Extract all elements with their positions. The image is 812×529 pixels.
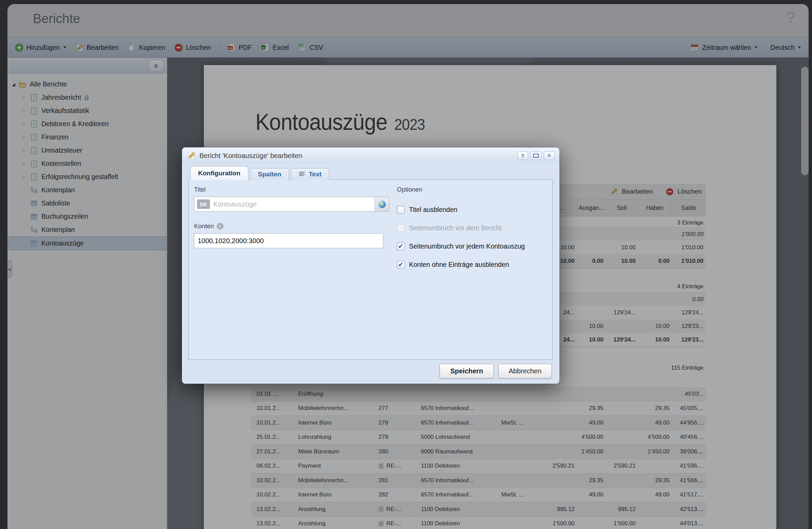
titel-text-field[interactable] bbox=[210, 201, 375, 208]
pencil-icon bbox=[187, 151, 196, 160]
checkbox-unchecked[interactable] bbox=[397, 206, 405, 214]
titel-input[interactable]: DE bbox=[194, 197, 389, 211]
option-konten-ohne-eintraege[interactable]: ✔ Konten ohne Einträge ausblenden bbox=[397, 261, 509, 268]
checkbox-disabled bbox=[397, 224, 405, 232]
konten-input[interactable] bbox=[194, 233, 383, 248]
edit-report-dialog: Bericht 'Kontoauszüge' bearbeiten ? ✕ Ko… bbox=[182, 147, 560, 384]
option-titel-ausblenden[interactable]: Titel ausblenden bbox=[397, 206, 457, 214]
cancel-button[interactable]: Abbrechen bbox=[498, 364, 552, 379]
konten-label: Konten i bbox=[194, 222, 223, 230]
optionen-label: Optionen bbox=[397, 186, 422, 193]
dialog-titlebar: Bericht 'Kontoauszüge' bearbeiten ? ✕ bbox=[182, 147, 559, 164]
dialog-window-controls: ? ✕ bbox=[517, 151, 554, 160]
dialog-config-panel: Titel DE Konten i Optionen Titel ausblen… bbox=[188, 179, 552, 360]
globe-icon bbox=[378, 201, 386, 208]
checkbox-checked[interactable]: ✔ bbox=[397, 261, 405, 268]
info-icon[interactable]: i bbox=[217, 223, 223, 230]
option-seitenumbruch-bericht: Seitenumbruch vor dem Bericht bbox=[397, 224, 502, 232]
tab-konfiguration[interactable]: Konfiguration bbox=[190, 166, 248, 180]
konten-text-field[interactable] bbox=[194, 237, 383, 245]
checkbox-checked[interactable]: ✔ bbox=[397, 243, 405, 250]
dialog-maximize-button[interactable] bbox=[531, 151, 541, 160]
translate-button[interactable] bbox=[375, 197, 389, 211]
language-badge: DE bbox=[197, 200, 210, 209]
text-lines-icon bbox=[299, 172, 306, 177]
maximize-icon bbox=[533, 153, 539, 158]
tab-spalten[interactable]: Spalten bbox=[250, 168, 289, 180]
dialog-title: Bericht 'Kontoauszüge' bearbeiten bbox=[200, 152, 302, 160]
dialog-tabs: Konfiguration Spalten Text bbox=[190, 166, 329, 180]
dialog-close-button[interactable]: ✕ bbox=[544, 151, 554, 160]
tab-text[interactable]: Text bbox=[291, 168, 329, 180]
titel-label: Titel bbox=[194, 186, 205, 193]
option-seitenumbruch-kontoauszug[interactable]: ✔ Seitenumbruch vor jedem Kontoauszug bbox=[397, 243, 525, 250]
save-button[interactable]: Speichern bbox=[439, 364, 494, 379]
desktop-background: Berichte ? Hinzufügen ▼ Bearbeiten Kopie… bbox=[0, 0, 812, 529]
dialog-help-button[interactable]: ? bbox=[517, 151, 528, 160]
